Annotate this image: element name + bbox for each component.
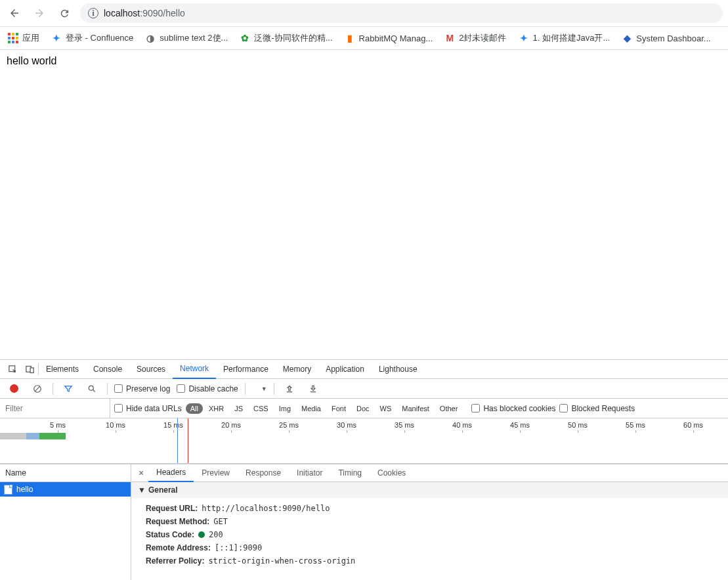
- bookmark-label: System Dashboar...: [636, 33, 710, 43]
- apps-icon: [8, 33, 18, 43]
- devtools-tab-application[interactable]: Application: [318, 360, 372, 379]
- request-panel: Name hello × HeadersPreviewResponseIniti…: [0, 464, 728, 580]
- devtools-tabs: ElementsConsoleSourcesNetworkPerformance…: [0, 360, 728, 379]
- svg-line-6: [93, 390, 95, 391]
- search-icon[interactable]: [83, 380, 100, 397]
- devtools-tab-lighthouse[interactable]: Lighthouse: [372, 360, 425, 379]
- detail-tab-initiator[interactable]: Initiator: [289, 464, 330, 482]
- network-toolbar: Preserve log Disable cache ▼: [0, 379, 728, 399]
- back-button[interactable]: [5, 4, 24, 22]
- timeline-tick: 5 ms: [50, 421, 66, 429]
- favicon-icon: ▮: [345, 33, 355, 43]
- timeline[interactable]: 5 ms10 ms15 ms20 ms25 ms30 ms35 ms40 ms4…: [0, 418, 728, 464]
- general-section-header[interactable]: ▼ General: [131, 482, 728, 498]
- download-icon[interactable]: [305, 380, 322, 397]
- detail-tab-timing[interactable]: Timing: [330, 464, 370, 482]
- bookmark-item[interactable]: M2封未读邮件: [443, 30, 507, 47]
- favicon-icon: ◆: [622, 33, 632, 43]
- favicon-icon: ✦: [519, 33, 529, 43]
- record-button[interactable]: [5, 380, 22, 397]
- apps-button[interactable]: 应用: [7, 30, 41, 47]
- bookmark-label: 登录 - Confluence: [66, 32, 133, 44]
- favicon-icon: ✿: [240, 33, 250, 43]
- filter-chip-js[interactable]: JS: [230, 403, 247, 414]
- page-content: hello world: [0, 50, 728, 359]
- bookmark-item[interactable]: ◑sublime text 2使...: [144, 30, 229, 47]
- request-method-row: Request Method:GET: [146, 515, 714, 528]
- devtools-tab-performance[interactable]: Performance: [216, 360, 276, 379]
- devtools: ElementsConsoleSourcesNetworkPerformance…: [0, 359, 728, 580]
- filter-chip-img[interactable]: Img: [274, 403, 295, 414]
- bookmark-item[interactable]: ▮RabbitMQ Manag...: [343, 30, 435, 46]
- chevron-down-icon: ▼: [138, 485, 146, 495]
- bookmark-label: 2封未读邮件: [459, 32, 506, 44]
- disable-cache-checkbox[interactable]: Disable cache: [177, 384, 238, 393]
- request-list-header[interactable]: Name: [0, 464, 131, 482]
- chevron-down-icon: ▼: [261, 386, 267, 392]
- timeline-tick: 15 ms: [163, 421, 183, 429]
- bookmark-item[interactable]: ✦1. 如何搭建Java开...: [517, 30, 612, 47]
- detail-tab-response[interactable]: Response: [238, 464, 289, 482]
- detail-tab-cookies[interactable]: Cookies: [370, 464, 414, 482]
- address-bar[interactable]: i localhost:9090/hello: [80, 3, 723, 23]
- detail-tab-preview[interactable]: Preview: [194, 464, 238, 482]
- reload-button[interactable]: [55, 4, 74, 22]
- timeline-tick: 50 ms: [568, 421, 588, 429]
- clear-button[interactable]: [29, 380, 46, 397]
- devtools-tab-network[interactable]: Network: [173, 360, 216, 379]
- favicon-icon: ◑: [145, 33, 156, 43]
- filter-icon[interactable]: [60, 380, 77, 397]
- apps-label: 应用: [22, 32, 39, 44]
- bookmark-label: 1. 如何搭建Java开...: [533, 32, 610, 44]
- has-blocked-cookies-checkbox[interactable]: Has blocked cookies: [471, 404, 555, 413]
- request-url-row: Request URL:http://localhost:9090/hello: [146, 502, 714, 515]
- hide-data-urls-checkbox[interactable]: Hide data URLs: [114, 404, 182, 413]
- request-name: hello: [16, 485, 33, 494]
- timeline-tick: 60 ms: [683, 421, 703, 429]
- device-toggle-icon[interactable]: [21, 361, 38, 378]
- forward-button[interactable]: [30, 4, 49, 22]
- filter-chip-other[interactable]: Other: [435, 403, 463, 414]
- preserve-log-checkbox[interactable]: Preserve log: [114, 384, 170, 393]
- svg-rect-2: [30, 368, 33, 373]
- bookmark-item[interactable]: ✿泛微-协同软件的精...: [238, 30, 333, 47]
- favicon-icon: ✦: [51, 33, 62, 43]
- timeline-tick: 10 ms: [106, 421, 125, 429]
- filter-chip-ws[interactable]: WS: [375, 403, 396, 414]
- page-body-text: hello world: [7, 55, 56, 66]
- filter-bar: Hide data URLs AllXHRJSCSSImgMediaFontDo…: [0, 399, 728, 418]
- devtools-tab-elements[interactable]: Elements: [39, 360, 86, 379]
- close-icon[interactable]: ×: [134, 468, 148, 478]
- timeline-tick: 30 ms: [337, 421, 356, 429]
- remote-address-row: Remote Address:[::1]:9090: [146, 541, 714, 554]
- filter-input[interactable]: [0, 399, 110, 418]
- detail-tab-headers[interactable]: Headers: [148, 464, 194, 482]
- filter-chip-xhr[interactable]: XHR: [204, 403, 228, 414]
- svg-point-5: [89, 386, 93, 390]
- filter-chip-css[interactable]: CSS: [249, 403, 273, 414]
- load-marker: [188, 418, 188, 463]
- favicon-icon: M: [444, 33, 455, 43]
- filter-chip-media[interactable]: Media: [297, 403, 326, 414]
- bookmark-item[interactable]: ◆System Dashboar...: [620, 30, 712, 46]
- filter-chip-all[interactable]: All: [186, 403, 203, 414]
- devtools-tab-memory[interactable]: Memory: [276, 360, 318, 379]
- request-row[interactable]: hello: [0, 482, 131, 497]
- inspect-icon[interactable]: [4, 361, 21, 378]
- filter-chip-manifest[interactable]: Manifest: [397, 403, 434, 414]
- info-icon: i: [88, 8, 98, 18]
- browser-toolbar: i localhost:9090/hello: [0, 0, 728, 27]
- status-dot-icon: [198, 531, 205, 538]
- upload-icon[interactable]: [281, 380, 298, 397]
- blocked-requests-checkbox[interactable]: Blocked Requests: [559, 404, 635, 413]
- timeline-bars: [0, 432, 728, 441]
- devtools-tab-sources[interactable]: Sources: [129, 360, 173, 379]
- devtools-tab-console[interactable]: Console: [86, 360, 129, 379]
- filter-chip-doc[interactable]: Doc: [352, 403, 374, 414]
- request-details: × HeadersPreviewResponseInitiatorTimingC…: [131, 464, 728, 580]
- bookmark-item[interactable]: ✦登录 - Confluence: [50, 30, 135, 47]
- timeline-tick: 35 ms: [395, 421, 414, 429]
- referrer-policy-row: Referrer Policy:strict-origin-when-cross…: [146, 554, 714, 568]
- filter-chip-font[interactable]: Font: [327, 403, 351, 414]
- detail-tabs: × HeadersPreviewResponseInitiatorTimingC…: [131, 464, 728, 482]
